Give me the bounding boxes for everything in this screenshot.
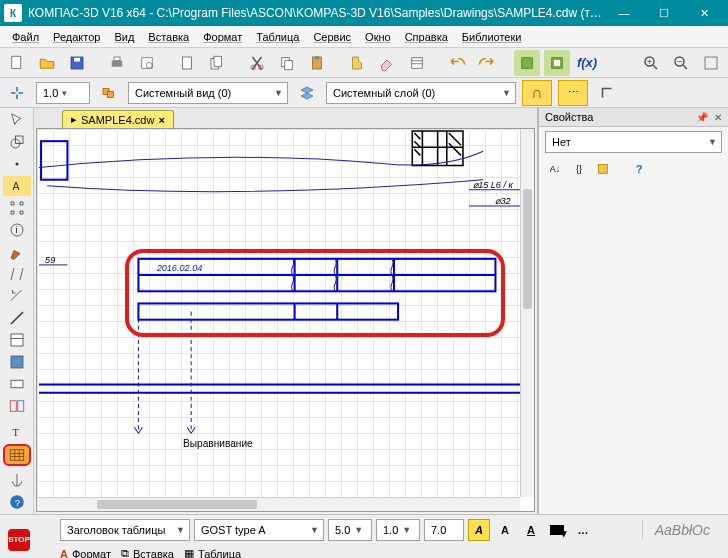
menu-libraries[interactable]: Библиотеки [456, 29, 528, 45]
underline-button[interactable]: A [520, 519, 542, 541]
eraser-button[interactable] [374, 50, 400, 76]
menu-help[interactable]: Справка [399, 29, 454, 45]
library-button-1[interactable] [514, 50, 540, 76]
step-value: 7.0 [431, 524, 446, 536]
point-tool[interactable] [3, 154, 31, 174]
table-tool[interactable] [3, 444, 31, 466]
prop-help[interactable]: ? [629, 159, 649, 179]
state-button[interactable] [4, 80, 30, 106]
style-dropdown[interactable]: Заголовок таблицы▼ [60, 519, 190, 541]
menu-service[interactable]: Сервис [307, 29, 357, 45]
size-dropdown[interactable]: 5.0▼ [328, 519, 372, 541]
format-toolbar: STOP Заголовок таблицы▼ GOST type A▼ 5.0… [0, 514, 728, 558]
spec-tool[interactable] [3, 330, 31, 350]
zoom-out-button[interactable] [668, 50, 694, 76]
panel-close-icon[interactable]: ✕ [714, 112, 722, 123]
undo-button[interactable] [444, 50, 470, 76]
subtab-table-label: Таблица [198, 548, 241, 559]
layer-dropdown[interactable]: Системный слой (0)▼ [326, 82, 516, 104]
scrollbar-vertical[interactable] [520, 129, 534, 497]
dimension-tool[interactable] [3, 198, 31, 218]
svg-text:T: T [12, 427, 19, 438]
print-preview-button[interactable] [134, 50, 160, 76]
snap-magnet-button[interactable]: ∩ [522, 80, 552, 106]
table-subtab-icon: ▦ [184, 547, 194, 558]
dim-text-1: ⌀15 L6 / к [473, 180, 513, 190]
menu-view[interactable]: Вид [108, 29, 140, 45]
zoom-fit-button[interactable] [698, 50, 724, 76]
properties-object-dropdown[interactable]: Нет▼ [545, 131, 722, 153]
prop-refresh[interactable] [593, 159, 613, 179]
maximize-button[interactable]: ☐ [644, 0, 684, 26]
snap-settings-button[interactable]: ⋯ [558, 80, 588, 106]
copy-button[interactable] [274, 50, 300, 76]
info-tool[interactable]: i [3, 220, 31, 240]
tab-bar: ▸ SAMPLE4.cdw × [34, 108, 537, 128]
paste-button[interactable] [304, 50, 330, 76]
more-format-button[interactable]: … [572, 519, 594, 541]
param-tool[interactable] [3, 264, 31, 284]
view-dropdown[interactable]: Системный вид (0)▼ [128, 82, 288, 104]
document-tab[interactable]: ▸ SAMPLE4.cdw × [62, 110, 174, 128]
assoc-tool[interactable] [3, 396, 31, 416]
scrollbar-horizontal[interactable] [37, 497, 520, 511]
text-label-tool[interactable]: T [3, 422, 31, 442]
page-button[interactable] [174, 50, 200, 76]
select-tool[interactable] [3, 110, 31, 130]
bold-button[interactable]: A [494, 519, 516, 541]
font-dropdown[interactable]: GOST type A▼ [194, 519, 324, 541]
tab-close-icon[interactable]: × [158, 114, 164, 126]
menu-insert[interactable]: Вставка [142, 29, 195, 45]
line-tool[interactable] [3, 308, 31, 328]
menu-table[interactable]: Таблица [250, 29, 305, 45]
insert-subtab-icon: ⧉ [121, 547, 129, 558]
svg-rect-42 [11, 380, 23, 388]
stop-button[interactable]: STOP [8, 529, 30, 551]
geometry-tool[interactable] [3, 132, 31, 152]
subtab-table[interactable]: ▦Таблица [184, 547, 241, 558]
prop-filter[interactable]: {} [569, 159, 589, 179]
scale-dropdown[interactable]: 1.0▾ [36, 82, 90, 104]
color-button[interactable]: ▾ [546, 519, 568, 541]
report-tool[interactable] [3, 352, 31, 372]
canvas[interactable]: ⌀15 L6 / к ⌀32 59 2016.02.04 [36, 128, 535, 512]
layers-button[interactable] [294, 80, 320, 106]
views-button[interactable] [96, 80, 122, 106]
edit-tool[interactable] [3, 242, 31, 262]
anchor-tool[interactable] [3, 470, 31, 490]
menu-window[interactable]: Окно [359, 29, 397, 45]
italic-button[interactable]: A [468, 519, 490, 541]
open-button[interactable] [34, 50, 60, 76]
menu-file[interactable]: Файл [6, 29, 45, 45]
view-tool[interactable] [3, 374, 31, 394]
minimize-button[interactable]: — [604, 0, 644, 26]
save-button[interactable] [64, 50, 90, 76]
align-label: Выравнивание [183, 438, 253, 449]
print-button[interactable] [104, 50, 130, 76]
library-button-2[interactable] [544, 50, 570, 76]
subtab-format[interactable]: AФормат [60, 548, 111, 559]
subtab-format-label: Формат [72, 548, 111, 559]
text-tool[interactable]: A [3, 176, 31, 196]
menu-format[interactable]: Формат [197, 29, 248, 45]
zoom-in-button[interactable] [638, 50, 664, 76]
close-button[interactable]: ✕ [684, 0, 724, 26]
redo-button[interactable] [474, 50, 500, 76]
prop-sort-az[interactable]: A↓ [545, 159, 565, 179]
properties-button[interactable] [404, 50, 430, 76]
pin-icon[interactable]: 📌 [696, 112, 708, 123]
spacing-dropdown[interactable]: 1.0▼ [376, 519, 420, 541]
help-tool[interactable]: ? [3, 492, 31, 512]
variables-button[interactable]: f(x) [574, 50, 600, 76]
new-button[interactable] [4, 50, 30, 76]
svg-line-27 [683, 65, 687, 69]
cut-button[interactable] [244, 50, 270, 76]
menu-editor[interactable]: Редактор [47, 29, 106, 45]
measure-tool[interactable] [3, 286, 31, 306]
pages-button[interactable] [204, 50, 230, 76]
subtab-insert[interactable]: ⧉Вставка [121, 547, 174, 558]
format-painter-button[interactable] [344, 50, 370, 76]
step-dropdown[interactable]: 7.0 [424, 519, 464, 541]
ortho-button[interactable] [594, 80, 620, 106]
main-area: A i T ? ▸ SAMPLE4.cdw × [0, 108, 728, 514]
